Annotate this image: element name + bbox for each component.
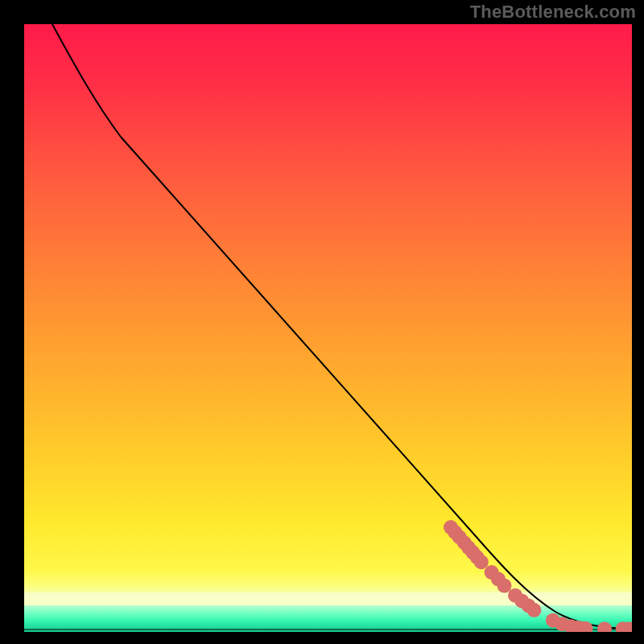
plot-area [24,24,632,632]
scatter-dot [526,603,541,617]
scatter-dot [474,555,489,569]
chart-stage: TheBottleneck.com [0,0,644,644]
scatter-dot [497,579,512,593]
watermark: TheBottleneck.com [470,2,636,23]
gradient-background [24,24,632,632]
chart-svg [24,24,632,632]
band-paleyellow [24,592,632,605]
